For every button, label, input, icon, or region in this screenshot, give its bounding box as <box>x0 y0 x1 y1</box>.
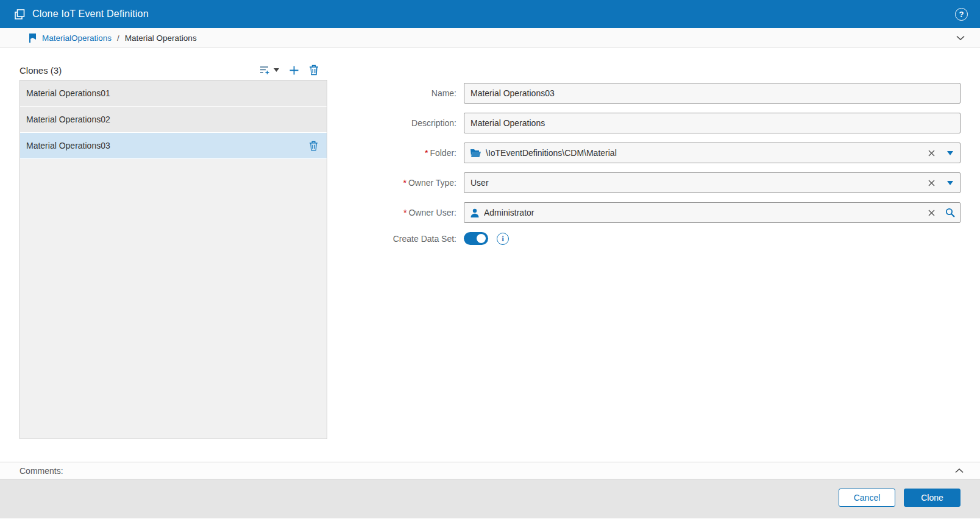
description-label: Description: <box>361 118 464 128</box>
clone-button[interactable]: Clone <box>904 489 960 507</box>
delete-clone-button[interactable] <box>309 65 319 76</box>
comments-expand-icon[interactable] <box>954 468 964 474</box>
owner-type-combobox[interactable]: User <box>464 172 960 193</box>
form-row-owner-user: *Owner User: Administrator <box>361 202 960 223</box>
add-multiple-button[interactable] <box>259 65 279 76</box>
info-icon[interactable]: i <box>497 233 509 245</box>
list-item-label: Material Operations02 <box>26 115 110 124</box>
form-row-description: Description: <box>361 113 960 133</box>
title-bar: Clone IoT Event Definition ? <box>0 0 980 28</box>
folder-value: \IoTEventDefinitions\CDM\Material <box>486 148 923 158</box>
owner-user-search-icon[interactable] <box>940 203 960 222</box>
row-delete-icon[interactable] <box>309 141 318 151</box>
name-label: Name: <box>361 88 464 98</box>
footer-actions: Cancel Clone <box>0 479 980 518</box>
owner-type-label: *Owner Type: <box>361 178 464 188</box>
definition-flag-icon <box>28 33 37 43</box>
list-item-label: Material Operations01 <box>26 88 110 98</box>
owner-type-dropdown-icon[interactable] <box>940 173 960 192</box>
create-data-set-toggle[interactable] <box>464 232 488 245</box>
clones-panel: Clones (3) <box>20 48 327 453</box>
comments-bar[interactable]: Comments: <box>0 462 980 479</box>
list-item[interactable]: Material Operations02 <box>20 107 327 133</box>
folder-combobox[interactable]: \IoTEventDefinitions\CDM\Material <box>464 143 960 163</box>
breadcrumb-root-link[interactable]: MaterialOperations <box>42 34 112 43</box>
user-icon <box>470 208 479 217</box>
main-content: Clones (3) <box>0 48 980 453</box>
list-item[interactable]: Material Operations01 <box>20 80 327 107</box>
breadcrumb-current: Material Operations <box>125 34 197 43</box>
folder-clear-icon[interactable] <box>923 150 940 157</box>
create-data-set-label: Create Data Set: <box>361 234 464 244</box>
form-row-folder: *Folder: \IoTEventDefinitions\CDM\Materi… <box>361 143 960 163</box>
required-asterisk: * <box>403 178 406 188</box>
folder-dropdown-icon[interactable] <box>940 143 960 163</box>
breadcrumb-collapse-icon[interactable] <box>956 35 965 41</box>
owner-user-value: Administrator <box>484 208 923 217</box>
clone-icon <box>15 9 25 19</box>
breadcrumb-separator: / <box>117 34 119 43</box>
cancel-button[interactable]: Cancel <box>839 489 895 507</box>
required-asterisk: * <box>425 148 428 158</box>
breadcrumb: MaterialOperations / Material Operations <box>0 28 980 48</box>
description-input[interactable] <box>470 113 960 133</box>
add-clone-button[interactable] <box>289 65 299 76</box>
owner-user-clear-icon[interactable] <box>923 210 940 216</box>
list-item-selected[interactable]: Material Operations03 <box>20 133 327 159</box>
folder-icon <box>470 149 481 157</box>
form-row-name: Name: <box>361 83 960 104</box>
toggle-knob <box>477 234 486 243</box>
comments-label: Comments: <box>20 466 63 476</box>
folder-label: *Folder: <box>361 148 464 158</box>
name-input[interactable] <box>470 83 960 103</box>
page-title: Clone IoT Event Definition <box>32 9 149 19</box>
clones-count-label: Clones (3) <box>20 65 62 76</box>
owner-type-value: User <box>470 178 923 188</box>
required-asterisk: * <box>403 208 407 217</box>
clones-panel-header: Clones (3) <box>20 60 327 80</box>
clone-list: Material Operations01 Material Operation… <box>20 80 327 439</box>
list-item-label: Material Operations03 <box>26 141 110 150</box>
owner-user-label: *Owner User: <box>361 208 464 217</box>
help-icon[interactable]: ? <box>955 8 968 21</box>
clone-form: Name: Description: *Folder: \ <box>327 48 960 453</box>
owner-type-clear-icon[interactable] <box>923 180 940 186</box>
add-multiple-caret-icon[interactable] <box>274 68 279 72</box>
form-row-create-data-set: Create Data Set: i <box>361 232 960 245</box>
owner-user-combobox[interactable]: Administrator <box>464 202 960 223</box>
form-row-owner-type: *Owner Type: User <box>361 172 960 193</box>
